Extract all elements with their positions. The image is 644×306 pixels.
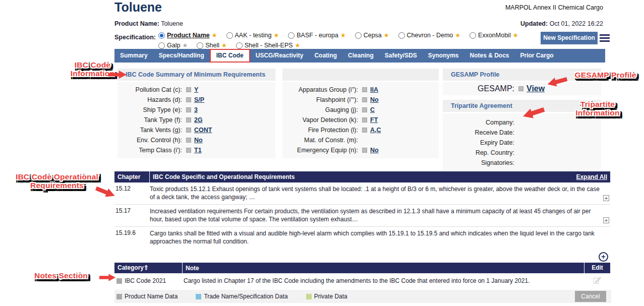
radio-icon[interactable] xyxy=(197,42,203,49)
note-category-label: IBC Code 2021 xyxy=(125,277,166,284)
spec-option-label[interactable]: Product Name xyxy=(167,32,210,39)
spec-option-label[interactable]: Shell xyxy=(205,42,219,49)
annotation-notes-section: Notes Section xyxy=(23,271,99,280)
chapter-row-15-17: 15.17 Increased ventilation requirements… xyxy=(114,205,610,227)
chapter-column-header: Chapter xyxy=(114,171,150,182)
req-row-mat-of-constr: Mat. of Constr. (m): xyxy=(282,135,439,145)
req-value-link[interactable]: IIA xyxy=(370,86,378,93)
ibc-summary-right-body: Apparatus Group (i''): IIA Flashpoint (i… xyxy=(282,82,439,158)
tab-cleaning[interactable]: Cleaning xyxy=(342,49,379,63)
req-value-link[interactable]: A,C xyxy=(370,127,381,134)
favorite-star-icon[interactable]: ★ xyxy=(221,42,227,48)
tab-synonyms[interactable]: Synonyms xyxy=(423,49,464,63)
annotation-line: Tripartite xyxy=(557,100,638,108)
spec-option-label[interactable]: AAK - testing xyxy=(235,32,272,39)
new-specification-button[interactable]: New Specification xyxy=(541,32,598,44)
req-label: Tank Type (f): xyxy=(118,116,182,124)
spec-option-shell[interactable]: Shell ★ xyxy=(197,42,227,49)
favorite-star-icon[interactable]: ★ xyxy=(182,42,188,48)
req-label: Tank Vents (g): xyxy=(118,127,182,134)
radio-icon[interactable] xyxy=(288,32,295,39)
req-label: Emergency Equip (n): xyxy=(282,147,358,154)
tab-notes-docs[interactable]: Notes & Docs xyxy=(464,49,515,63)
marpol-chemical-cargo-page: Toluene MARPOL Annex II Chemical Cargo P… xyxy=(0,0,644,306)
product-name-row: Product Name: Toluene xyxy=(114,20,183,27)
spec-option-label[interactable]: Chevron - Demo xyxy=(407,32,453,39)
edit-note-icon[interactable] xyxy=(584,276,610,286)
spec-option-label[interactable]: Galp xyxy=(167,42,180,49)
product-name-data-square xyxy=(116,278,122,284)
add-icon[interactable] xyxy=(599,252,608,262)
req-value-link[interactable]: FT xyxy=(370,116,378,124)
tab-safety-sds[interactable]: Safety/SDS xyxy=(379,49,423,63)
radio-icon[interactable] xyxy=(226,32,233,39)
favorite-star-icon[interactable]: ★ xyxy=(340,32,346,38)
source-indicator-square xyxy=(186,117,191,123)
source-indicator-square xyxy=(186,107,191,112)
req-value-link[interactable]: S/P xyxy=(194,96,204,103)
annotation-line: Notes Section xyxy=(23,271,99,280)
expand-row-icon[interactable] xyxy=(603,195,609,201)
spec-option-label[interactable]: ExxonMobil xyxy=(478,32,511,39)
tab-prior-cargo[interactable]: Prior Cargo xyxy=(515,49,559,63)
tab-specs-handling[interactable]: Specs/Handling xyxy=(153,49,210,63)
req-value-link[interactable]: 3 xyxy=(194,106,198,113)
spec-option-cepsa[interactable]: Cepsa ★ xyxy=(355,32,389,39)
chapter-table-header: Chapter IBC Code Specific and Operationa… xyxy=(114,171,610,182)
gesamp-view-link[interactable]: View xyxy=(526,84,545,93)
favorite-star-icon[interactable]: ★ xyxy=(295,42,301,48)
spec-option-shell-eps[interactable]: Shell - Shell-EPS ★ xyxy=(236,42,301,49)
spec-option-label[interactable]: Shell - Shell-EPS xyxy=(245,42,293,49)
favorite-star-icon[interactable]: ★ xyxy=(384,32,389,38)
annotation-line: IBC Code xyxy=(58,60,127,69)
favorite-star-icon[interactable]: ★ xyxy=(455,32,460,38)
radio-icon[interactable] xyxy=(158,42,165,49)
tab-coating[interactable]: Coating xyxy=(309,49,342,63)
sort-ascending-icon[interactable]: ⇧ xyxy=(144,264,149,271)
spec-option-label[interactable]: Cepsa xyxy=(364,32,382,39)
req-value-link[interactable]: T1 xyxy=(194,147,202,154)
favorite-star-icon[interactable]: ★ xyxy=(212,32,217,38)
source-indicator-square xyxy=(362,97,367,102)
radio-icon[interactable] xyxy=(236,42,243,49)
req-value-link[interactable]: 2G xyxy=(194,116,203,124)
source-indicator-square xyxy=(518,86,523,91)
expand-all-link[interactable]: Expand All xyxy=(576,173,610,180)
req-row-temp-class: Temp Class (i'): T1 xyxy=(118,145,275,155)
req-value-link[interactable]: No xyxy=(370,96,379,103)
favorite-star-icon[interactable]: ★ xyxy=(513,32,518,38)
note-category-cell: IBC Code 2021 xyxy=(114,277,183,284)
source-indicator-square xyxy=(186,138,191,143)
category-header-label[interactable]: Category xyxy=(118,264,144,271)
category-column-header[interactable]: Category⇧ xyxy=(114,263,183,273)
radio-icon[interactable] xyxy=(470,32,476,39)
req-value-link[interactable]: Y xyxy=(194,86,198,93)
annotation-line: IBC Code Operational xyxy=(4,172,110,181)
expand-row-icon[interactable] xyxy=(603,217,609,223)
spec-option-label[interactable]: BASF - europa xyxy=(297,32,338,39)
spec-option-product-name[interactable]: Product Name ★ xyxy=(158,32,217,39)
req-value-link[interactable]: C xyxy=(370,106,375,113)
radio-selected-icon[interactable] xyxy=(158,32,165,39)
req-value-link[interactable]: No xyxy=(370,147,379,154)
spec-option-galp[interactable]: Galp ★ xyxy=(158,42,188,49)
spec-option-exxonmobil[interactable]: ExxonMobil ★ xyxy=(470,32,518,39)
source-indicator-square xyxy=(362,117,367,123)
tab-uscg-reactivity[interactable]: USCG/Reactivity xyxy=(250,49,309,63)
hamburger-menu-icon[interactable] xyxy=(600,34,610,42)
radio-icon[interactable] xyxy=(398,32,405,39)
source-indicator-square xyxy=(362,128,367,133)
gesamp-row: GESAMP: View xyxy=(443,82,601,95)
source-indicator-square xyxy=(362,148,367,153)
spec-option-chevron-demo[interactable]: Chevron - Demo ★ xyxy=(398,32,460,39)
req-value-link[interactable]: No xyxy=(194,137,203,144)
tripartite-label: Company: xyxy=(443,119,514,126)
radio-icon[interactable] xyxy=(355,32,362,39)
tripartite-label: Signatories: xyxy=(443,159,514,166)
req-value-link[interactable]: CONT xyxy=(194,127,212,134)
spec-option-aak-testing[interactable]: AAK - testing ★ xyxy=(226,32,279,39)
cancel-button[interactable]: Cancel xyxy=(575,291,606,302)
spec-option-basf-europa[interactable]: BASF - europa ★ xyxy=(288,32,345,39)
tab-ibc-code[interactable]: IBC Code xyxy=(210,49,250,63)
favorite-star-icon[interactable]: ★ xyxy=(273,32,279,38)
